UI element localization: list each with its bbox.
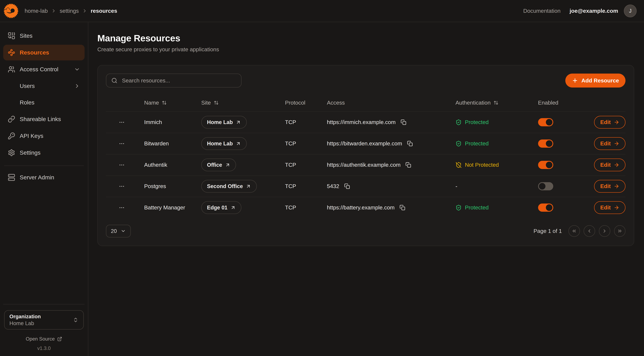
main-content: Manage Resources Create secure proxies t… xyxy=(88,22,644,356)
copy-icon[interactable] xyxy=(406,140,414,147)
sort-icon xyxy=(494,100,498,105)
arrow-up-right-icon xyxy=(225,162,230,168)
arrow-up-right-icon xyxy=(246,184,251,189)
site-name: Edge 01 xyxy=(207,204,228,210)
edit-button[interactable]: Edit xyxy=(594,158,626,171)
protocol-value: TCP xyxy=(285,140,296,147)
header-authentication[interactable]: Authentication xyxy=(449,100,532,106)
last-page-button[interactable] xyxy=(614,225,626,237)
resources-card: Add Resource Name Site P xyxy=(97,65,634,246)
protocol-value: TCP xyxy=(285,183,296,190)
breadcrumb-resources[interactable]: resources xyxy=(90,8,117,14)
site-name: Second Office xyxy=(207,183,243,189)
site-link-button[interactable]: Home Lab xyxy=(201,116,247,128)
edit-label: Edit xyxy=(600,162,611,168)
arrow-up-right-icon xyxy=(236,120,241,125)
resource-name: Battery Manager xyxy=(144,204,185,211)
sidebar-item-label: Users xyxy=(20,83,35,89)
table-header-row: Name Site Protocol Access Authentication xyxy=(106,94,626,111)
enabled-toggle[interactable] xyxy=(538,140,553,148)
copy-icon[interactable] xyxy=(399,204,406,211)
sidebar-divider xyxy=(4,166,84,166)
copy-icon[interactable] xyxy=(405,161,412,168)
resource-name: Postgres xyxy=(144,183,166,190)
breadcrumb-org[interactable]: home-lab xyxy=(25,8,48,14)
site-link-button[interactable]: Office xyxy=(201,158,236,171)
row-menu-button[interactable] xyxy=(117,160,126,170)
next-page-button[interactable] xyxy=(599,225,610,237)
avatar[interactable]: J xyxy=(624,4,636,17)
auth-status: Not Protected xyxy=(465,162,499,168)
user-email[interactable]: joe@example.com xyxy=(570,8,618,14)
prev-page-button[interactable] xyxy=(584,225,595,237)
edit-button[interactable]: Edit xyxy=(594,116,626,128)
sidebar-item-access-control[interactable]: Access Control xyxy=(3,62,84,77)
chevron-left-icon xyxy=(587,228,592,234)
site-name: Office xyxy=(207,162,222,168)
copy-icon[interactable] xyxy=(344,182,351,190)
resource-name: Authentik xyxy=(144,162,167,168)
sidebar-item-api-keys[interactable]: API Keys xyxy=(3,128,84,144)
table-row: Bitwarden Home Lab TCP https://bitwarden… xyxy=(106,133,626,154)
breadcrumb-settings[interactable]: settings xyxy=(60,8,79,14)
users-icon xyxy=(8,66,15,73)
row-menu-button[interactable] xyxy=(117,139,126,148)
resource-name: Bitwarden xyxy=(144,140,169,147)
first-page-button[interactable] xyxy=(568,225,580,237)
chevrons-up-down-icon xyxy=(73,317,78,323)
sidebar-item-label: Access Control xyxy=(20,66,58,72)
protocol-value: TCP xyxy=(285,162,296,168)
edit-button[interactable]: Edit xyxy=(594,201,626,214)
add-resource-label: Add Resource xyxy=(581,78,619,84)
site-link-button[interactable]: Edge 01 xyxy=(201,201,242,214)
sidebar-item-users[interactable]: Users xyxy=(3,78,84,94)
sidebar-item-resources[interactable]: Resources xyxy=(3,45,84,60)
site-link-button[interactable]: Second Office xyxy=(201,180,257,193)
copy-icon[interactable] xyxy=(400,118,407,126)
enabled-toggle[interactable] xyxy=(538,118,553,126)
sidebar-item-settings[interactable]: Settings xyxy=(3,145,84,160)
edit-label: Edit xyxy=(600,204,611,211)
documentation-link[interactable]: Documentation xyxy=(523,8,561,14)
sidebar-item-sites[interactable]: Sites xyxy=(3,28,84,44)
auth-status: - xyxy=(456,183,458,190)
sidebar-item-label: Sites xyxy=(20,32,32,39)
organization-selector[interactable]: Organization Home Lab xyxy=(4,310,84,330)
edit-button[interactable]: Edit xyxy=(594,137,626,150)
sidebar-item-roles[interactable]: Roles xyxy=(3,95,84,110)
page-subtitle: Create secure proxies to your private ap… xyxy=(97,46,634,52)
arrow-up-right-icon xyxy=(236,141,241,146)
enabled-toggle[interactable] xyxy=(538,161,553,169)
table-row: Battery Manager Edge 01 TCP https://batt… xyxy=(106,197,626,218)
page-size-value: 20 xyxy=(111,228,117,234)
protocol-value: TCP xyxy=(285,119,296,126)
sidebar-item-shareable-links[interactable]: Shareable Links xyxy=(3,111,84,127)
site-link-button[interactable]: Home Lab xyxy=(201,137,247,150)
organization-value: Home Lab xyxy=(10,320,41,326)
chevron-right-icon xyxy=(602,228,607,234)
enabled-toggle[interactable] xyxy=(538,182,553,190)
open-source-link[interactable]: Open Source xyxy=(4,336,84,342)
header-name[interactable]: Name xyxy=(138,100,195,106)
sidebar-item-label: API Keys xyxy=(20,133,43,139)
breadcrumb: home-lab settings resources xyxy=(25,8,117,14)
edit-button[interactable]: Edit xyxy=(594,180,626,193)
sidebar-item-label: Settings xyxy=(20,150,40,156)
header-site[interactable]: Site xyxy=(195,100,278,106)
auth-status: Protected xyxy=(465,119,489,126)
arrow-right-icon xyxy=(614,205,620,210)
shield-check-icon xyxy=(456,119,462,126)
add-resource-button[interactable]: Add Resource xyxy=(565,74,626,88)
page-status: Page 1 of 1 xyxy=(534,228,562,234)
row-menu-button[interactable] xyxy=(117,203,126,212)
search-input[interactable] xyxy=(121,77,236,84)
page-size-select[interactable]: 20 xyxy=(106,225,131,238)
sites-icon xyxy=(8,32,15,40)
enabled-toggle[interactable] xyxy=(538,204,553,212)
access-value: https://battery.example.com xyxy=(327,204,394,211)
sidebar-item-server-admin[interactable]: Server Admin xyxy=(3,170,84,185)
external-link-icon xyxy=(57,336,62,342)
row-menu-button[interactable] xyxy=(117,182,126,191)
chevron-right-icon xyxy=(74,83,80,89)
row-menu-button[interactable] xyxy=(117,118,126,127)
